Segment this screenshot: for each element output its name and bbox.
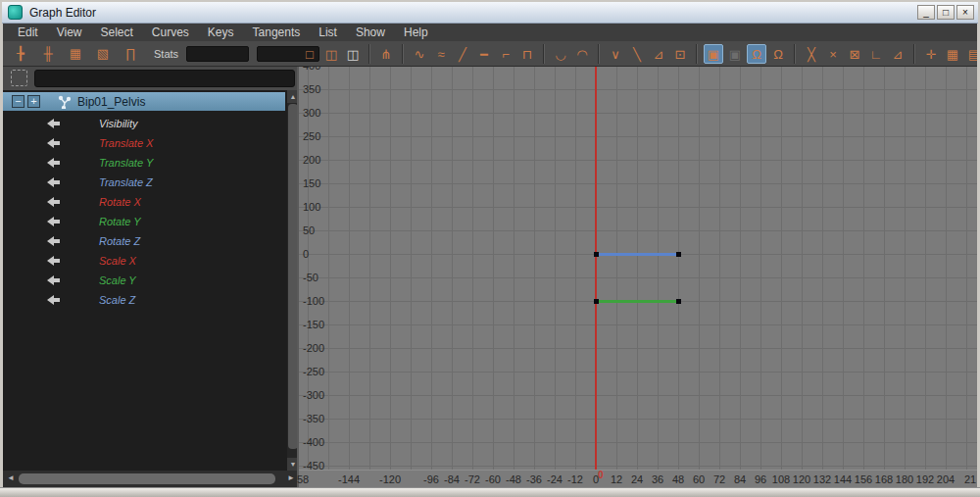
step-tangent-icon[interactable]: ⌐ [496, 44, 515, 64]
swap-buffer-curve-icon[interactable]: ◠ [572, 44, 592, 64]
channel-row[interactable]: Rotate X [3, 192, 285, 212]
x-axis-tick: -144 [334, 473, 364, 485]
out-tangent-angle-icon[interactable]: ⊿ [888, 44, 907, 64]
channel-row[interactable]: Visibility [3, 114, 285, 133]
collapse-all-button[interactable]: − [12, 95, 24, 108]
menu-help[interactable]: Help [397, 25, 435, 39]
stat-time-field[interactable] [186, 46, 249, 62]
unify-tangents-icon[interactable]: × [823, 44, 843, 64]
toolbar-separator [794, 44, 796, 64]
keyframe[interactable] [676, 252, 681, 257]
flat-tangent-icon[interactable]: ━ [474, 44, 494, 64]
expand-all-button[interactable]: + [27, 95, 40, 108]
y-axis-tick: -100 [303, 295, 332, 307]
channel-outliner[interactable]: − + Bip01_Pelvis VisibilityTranslate XTr… [3, 90, 299, 471]
break-tangent-icon[interactable]: ∨ [606, 44, 625, 64]
free-tangent-weight-icon[interactable]: ⊿ [649, 44, 668, 64]
move-key-tool-icon[interactable]: ✛ [921, 44, 941, 64]
break-tangents-icon[interactable]: ╳ [802, 44, 821, 64]
stacked-view-icon[interactable]: ◫ [321, 44, 341, 64]
plateau-tangent-icon[interactable]: ⊓ [517, 44, 537, 64]
mute-channel-icon[interactable] [46, 236, 62, 246]
maximize-button[interactable]: □ [937, 5, 955, 20]
group-snap-toggles: ▣▣ΩΩ [703, 44, 789, 64]
outliner-horizontal-scrollbar[interactable]: ◄ ► [3, 471, 299, 487]
menu-bar: EditViewSelectCurvesKeysTangentsListShow… [3, 24, 977, 41]
keyframe[interactable] [676, 299, 681, 304]
spline-handle-icon[interactable]: ╲ [627, 44, 647, 64]
menu-list[interactable]: List [312, 25, 344, 39]
minimize-button[interactable]: _ [917, 5, 935, 20]
menu-curves[interactable]: Curves [145, 25, 196, 39]
absolute-view-icon[interactable]: □ [300, 44, 319, 64]
channel-label: Rotate Z [99, 235, 140, 247]
mute-channel-icon[interactable] [46, 256, 62, 266]
scroll-left-icon[interactable]: ◄ [5, 472, 17, 484]
mute-channel-icon[interactable] [46, 177, 62, 187]
insert-keys-tool-icon[interactable]: ╫ [38, 44, 58, 64]
lattice-deform-keys-tool-icon[interactable]: ▦ [66, 44, 85, 64]
channel-row[interactable]: Rotate Z [3, 231, 285, 251]
menu-tangents[interactable]: Tangents [246, 25, 308, 39]
keyframe[interactable] [594, 299, 599, 304]
clamped-tangent-icon[interactable]: ≈ [431, 44, 451, 64]
channel-row[interactable]: Translate Y [3, 153, 285, 173]
frame-selection-icon[interactable] [11, 70, 27, 86]
x-tick-clipped-left: 58 [297, 473, 309, 485]
channel-row[interactable]: Scale X [3, 251, 285, 271]
mute-channel-icon[interactable] [46, 138, 62, 148]
group-tangent-actions: ╳×⊠∟⊿ [801, 44, 908, 64]
channel-label: Translate Z [99, 176, 153, 188]
window-border [0, 24, 3, 487]
keyframe[interactable] [594, 252, 599, 257]
time-snap-on-icon[interactable]: ▣ [704, 44, 723, 64]
linear-tangent-icon[interactable]: ╱ [453, 44, 472, 64]
mute-channel-icon[interactable] [46, 158, 62, 168]
channel-row[interactable]: Translate Z [3, 173, 285, 192]
outliner-node-row[interactable]: − + Bip01_Pelvis [3, 92, 285, 111]
channel-row[interactable]: Scale Z [3, 290, 285, 310]
value-snap-on-icon[interactable]: Ω [747, 44, 766, 64]
curve-translate-y[interactable] [596, 300, 678, 303]
scrollbar-thumb[interactable] [19, 473, 275, 484]
menu-view[interactable]: View [50, 25, 89, 39]
name-filter-field[interactable] [34, 70, 295, 87]
fix-tangent-icon[interactable]: ⊠ [845, 44, 864, 64]
buffer-curve-snapshot-icon[interactable]: ◡ [551, 44, 570, 64]
mute-channel-icon[interactable] [46, 275, 62, 285]
lock-tangent-weight-icon[interactable]: ⊡ [670, 44, 690, 64]
menu-keys[interactable]: Keys [201, 25, 241, 39]
mute-channel-icon[interactable] [46, 295, 62, 305]
move-nearest-picked-key-tool-icon[interactable]: ╊ [11, 44, 30, 64]
in-tangent-angle-icon[interactable]: ∟ [866, 44, 886, 64]
value-snap-off-icon[interactable]: Ω [768, 44, 788, 64]
mute-channel-icon[interactable] [46, 197, 62, 207]
title-bar[interactable]: Graph Editor _ □ × [2, 2, 978, 24]
channel-label: Scale X [99, 255, 136, 267]
channel-row[interactable]: Rotate Y [3, 212, 285, 231]
region-select-keys-tool-icon[interactable]: ▧ [93, 44, 113, 64]
channel-row[interactable]: Scale Y [3, 271, 285, 290]
spline-tangent-icon[interactable]: ∿ [410, 44, 429, 64]
keys-spreadsheet-icon[interactable]: ▦ [943, 44, 962, 64]
mute-channel-icon[interactable] [46, 217, 62, 226]
mute-channel-icon[interactable] [46, 119, 62, 128]
curve-translate-z[interactable] [596, 253, 678, 256]
close-button[interactable]: × [956, 5, 974, 20]
selected-node-label: Bip01_Pelvis [77, 95, 145, 109]
menu-show[interactable]: Show [349, 25, 392, 39]
scroll-right-icon[interactable]: ► [285, 472, 297, 484]
y-axis-tick: 0 [303, 248, 332, 260]
menu-edit[interactable]: Edit [11, 25, 45, 39]
normalized-view-icon[interactable]: ◫ [343, 44, 363, 64]
menu-select[interactable]: Select [93, 25, 139, 39]
retime-tool-icon[interactable]: ∏ [121, 44, 140, 64]
curve-graph-area[interactable]: 400350300250200150100500-50-100-150-200-… [299, 67, 977, 470]
spike-filter-icon[interactable]: ⋔ [376, 44, 396, 64]
y-axis-tick: 100 [303, 201, 332, 213]
current-time-playhead[interactable] [595, 67, 597, 470]
time-snap-off-icon[interactable]: ▣ [725, 44, 745, 64]
graph-editor-window: Graph Editor _ □ × EditViewSelectCurvesK… [0, 0, 980, 497]
channel-row[interactable]: Translate X [3, 133, 285, 153]
dope-sheet-icon[interactable]: ▤ [964, 44, 977, 64]
